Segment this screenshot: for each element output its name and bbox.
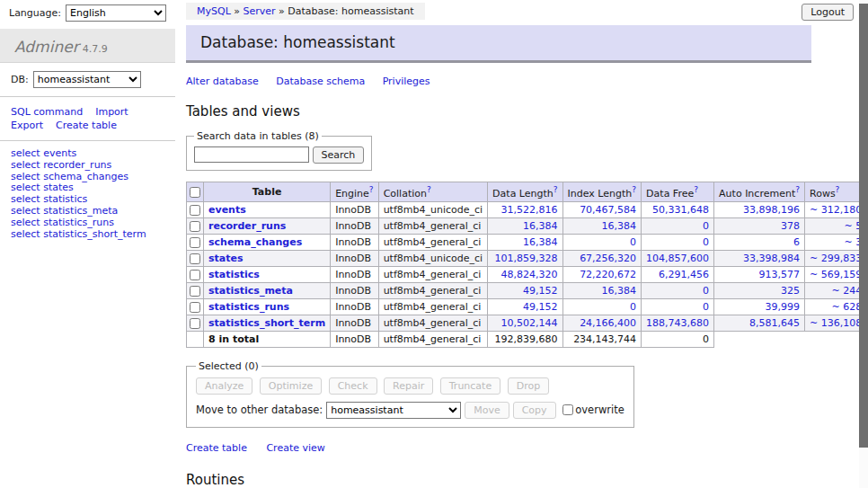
- index-length-link[interactable]: 70,467,584: [580, 204, 636, 216]
- table-name-link[interactable]: statistics: [208, 269, 260, 280]
- sidebar-select-link[interactable]: select: [11, 205, 40, 217]
- index-length-link[interactable]: 24,166,400: [580, 317, 636, 329]
- index-length-link[interactable]: 16,384: [602, 220, 637, 232]
- truncate-button[interactable]: Truncate: [440, 377, 500, 395]
- check-button[interactable]: Check: [329, 377, 377, 395]
- repair-button[interactable]: Repair: [384, 377, 433, 395]
- table-name-link[interactable]: states: [208, 253, 244, 264]
- data-length-link[interactable]: 31,522,816: [501, 204, 558, 216]
- move-database-select[interactable]: homeassistant: [326, 402, 461, 419]
- sidebar-table-link[interactable]: statistics: [43, 193, 87, 205]
- db-select[interactable]: homeassistant: [33, 71, 141, 88]
- rows-link[interactable]: ~ 569,159: [810, 269, 862, 280]
- select-all-checkbox[interactable]: [190, 187, 200, 198]
- data-free-link[interactable]: 0: [703, 285, 709, 297]
- data-free-link[interactable]: 6,291,456: [659, 269, 709, 280]
- sidebar-select-link[interactable]: select: [11, 217, 40, 228]
- breadcrumb-mysql-link[interactable]: MySQL: [197, 5, 231, 17]
- sidebar-table-link[interactable]: events: [43, 147, 76, 159]
- rows-link[interactable]: ~ 312,180: [810, 204, 862, 216]
- scrollbar-thumb[interactable]: [859, 4, 868, 448]
- auto-increment-link[interactable]: 913,577: [759, 269, 801, 280]
- overwrite-checkbox[interactable]: [562, 404, 573, 415]
- table-name-link[interactable]: statistics_runs: [208, 301, 289, 313]
- collation-help-link[interactable]: ?: [427, 185, 431, 194]
- sidebar-select-link[interactable]: select: [11, 159, 40, 171]
- data-free-link[interactable]: 104,857,600: [646, 253, 709, 264]
- index-length-link[interactable]: 72,220,672: [580, 269, 636, 280]
- sidebar-link-sql-command[interactable]: SQL command: [11, 106, 83, 118]
- rows-link[interactable]: ~ 244: [831, 285, 862, 297]
- sidebar-link-export[interactable]: Export: [11, 120, 43, 131]
- sidebar-table-link[interactable]: statistics_runs: [43, 217, 114, 228]
- auto-increment-link[interactable]: 39,999: [766, 301, 801, 313]
- data-length-link[interactable]: 10,502,144: [501, 317, 558, 329]
- row-checkbox[interactable]: [190, 286, 200, 297]
- table-name-link[interactable]: statistics_meta: [208, 285, 293, 297]
- index-length-link[interactable]: 67,256,320: [580, 253, 636, 264]
- auto-increment-link[interactable]: 325: [781, 285, 800, 297]
- auto-increment-link[interactable]: 378: [781, 220, 800, 232]
- data-free-help-link[interactable]: ?: [694, 185, 698, 194]
- alter-database-link[interactable]: Alter database: [186, 75, 259, 87]
- data-length-link[interactable]: 49,152: [523, 301, 558, 313]
- auto-increment-help-link[interactable]: ?: [795, 185, 800, 194]
- optimize-button[interactable]: Optimize: [260, 377, 322, 395]
- data-free-link[interactable]: 188,743,680: [646, 317, 709, 329]
- data-free-link[interactable]: 0: [703, 301, 709, 313]
- sidebar-select-link[interactable]: select: [11, 182, 40, 193]
- data-length-link[interactable]: 101,859,328: [495, 253, 558, 264]
- table-name-link[interactable]: recorder_runs: [208, 220, 286, 232]
- auto-increment-link[interactable]: 8,581,645: [749, 317, 800, 329]
- rows-link[interactable]: ~ 628: [831, 301, 862, 313]
- auto-increment-link[interactable]: 33,398,984: [743, 253, 800, 264]
- sidebar-table-link[interactable]: recorder_runs: [43, 159, 111, 171]
- sidebar-select-link[interactable]: select: [11, 171, 40, 182]
- drop-button[interactable]: Drop: [508, 377, 549, 395]
- sidebar-select-link[interactable]: select: [11, 147, 40, 159]
- data-length-link[interactable]: 16,384: [523, 220, 558, 232]
- database-schema-link[interactable]: Database schema: [276, 75, 365, 87]
- rows-link[interactable]: ~ 299,833: [810, 253, 862, 264]
- data-free-link[interactable]: 0: [703, 220, 709, 232]
- sidebar-table-link[interactable]: statistics_short_term: [43, 228, 146, 240]
- rows-link[interactable]: ~ 136,108: [810, 317, 862, 329]
- breadcrumb-server-link[interactable]: Server: [244, 5, 276, 17]
- analyze-button[interactable]: Analyze: [196, 377, 252, 395]
- auto-increment-link[interactable]: 6: [793, 236, 800, 248]
- row-checkbox[interactable]: [190, 302, 200, 313]
- sidebar-link-create-table[interactable]: Create table: [56, 120, 117, 131]
- row-checkbox[interactable]: [190, 318, 200, 329]
- sidebar-table-link[interactable]: schema_changes: [43, 171, 128, 182]
- search-button[interactable]: Search: [313, 146, 365, 164]
- sidebar-link-import[interactable]: Import: [95, 106, 128, 118]
- row-checkbox[interactable]: [190, 253, 200, 264]
- index-length-link[interactable]: 0: [630, 301, 636, 313]
- data-length-link[interactable]: 49,152: [523, 285, 558, 297]
- create-table-link[interactable]: Create table: [186, 442, 247, 454]
- engine-help-link[interactable]: ?: [369, 185, 374, 194]
- table-name-link[interactable]: statistics_short_term: [208, 317, 325, 329]
- sidebar-table-link[interactable]: states: [43, 182, 74, 193]
- data-free-link[interactable]: 50,331,648: [652, 204, 709, 216]
- table-name-link[interactable]: schema_changes: [208, 236, 302, 248]
- data-length-link[interactable]: 48,824,320: [501, 269, 558, 280]
- data-length-link[interactable]: 16,384: [523, 236, 558, 248]
- privileges-link[interactable]: Privileges: [383, 75, 430, 87]
- row-checkbox[interactable]: [190, 270, 200, 280]
- row-checkbox[interactable]: [190, 221, 200, 232]
- language-select[interactable]: English: [66, 4, 166, 22]
- table-name-link[interactable]: events: [208, 204, 246, 216]
- rows-help-link[interactable]: ?: [836, 185, 840, 194]
- row-checkbox[interactable]: [190, 205, 200, 216]
- data-length-help-link[interactable]: ?: [554, 185, 558, 194]
- index-length-link[interactable]: 16,384: [602, 285, 637, 297]
- sidebar-select-link[interactable]: select: [11, 228, 40, 240]
- search-input[interactable]: [194, 146, 309, 163]
- create-view-link[interactable]: Create view: [266, 442, 324, 454]
- index-length-help-link[interactable]: ?: [632, 185, 636, 194]
- copy-button[interactable]: Copy: [513, 402, 556, 419]
- data-free-link[interactable]: 0: [703, 236, 709, 248]
- move-button[interactable]: Move: [465, 402, 509, 419]
- index-length-link[interactable]: 0: [630, 236, 636, 248]
